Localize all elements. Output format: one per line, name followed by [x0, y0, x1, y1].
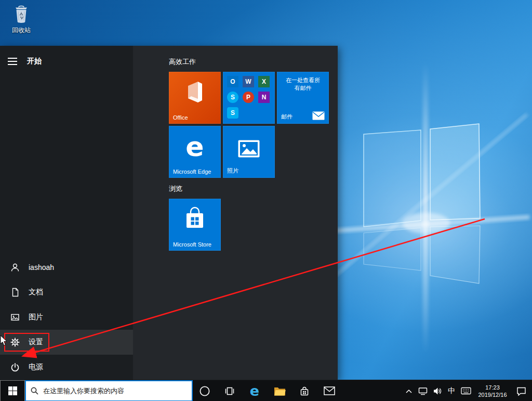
ime-indicator[interactable]: 中: [445, 380, 458, 401]
sidebar-item-documents[interactable]: 文档: [0, 280, 133, 305]
skype-icon: S: [227, 92, 238, 103]
speaker-icon: [433, 387, 442, 395]
start-menu: 开始 iashoah 文档: [0, 46, 338, 380]
edge-logo-icon: e: [169, 127, 221, 166]
windows-start-icon: [8, 386, 17, 395]
notification-bubble-icon: [516, 386, 526, 396]
task-view-button[interactable]: [217, 380, 242, 401]
sidebar-item-pictures[interactable]: 图片: [0, 305, 133, 330]
mail-tile-caption: 在一处查看所有邮件: [277, 76, 329, 92]
word-icon: W: [243, 76, 254, 87]
tile-label: Office: [173, 114, 188, 121]
volume-button[interactable]: [430, 380, 445, 401]
mail-icon: [324, 386, 335, 395]
mail-taskbar-button[interactable]: [317, 380, 342, 401]
file-explorer-button[interactable]: [267, 380, 292, 401]
start-menu-left-rail: 开始 iashoah 文档: [0, 46, 133, 380]
ime-language-label: 中: [448, 386, 455, 396]
store-bag-icon: [183, 206, 207, 231]
office-apps-grid: O W X S P N S: [223, 72, 275, 124]
powerpoint-icon: P: [243, 92, 254, 103]
search-icon: [30, 386, 39, 395]
taskbar-app-icons: e: [192, 380, 342, 401]
chevron-up-icon: [406, 389, 412, 393]
mail-envelope-icon: [312, 111, 325, 120]
cortana-icon: [199, 385, 210, 397]
start-menu-tiles: 高效工作 Office O W X S P N S: [169, 46, 335, 380]
recycle-bin-icon: [11, 3, 31, 25]
documents-label: 文档: [29, 288, 43, 297]
store-bag-icon: [299, 385, 310, 397]
taskbar-search-box[interactable]: [25, 380, 193, 401]
tile-office[interactable]: Office: [169, 72, 221, 124]
tile-label: Microsoft Edge: [173, 169, 211, 175]
system-tray: 中 17:23 2019/12/16: [402, 380, 531, 401]
edge-icon: e: [250, 380, 259, 401]
start-button[interactable]: [0, 380, 25, 401]
sidebar-item-settings[interactable]: 设置: [0, 330, 133, 355]
show-hidden-icons-button[interactable]: [402, 380, 416, 401]
edge-taskbar-button[interactable]: e: [242, 380, 267, 401]
action-center-button[interactable]: [511, 380, 531, 401]
skype-icon: S: [227, 107, 238, 119]
tile-label: Microsoft Store: [173, 241, 211, 248]
onenote-icon: N: [258, 92, 270, 103]
settings-label: 设置: [29, 338, 43, 347]
outlook-icon: O: [227, 76, 238, 87]
touch-keyboard-button[interactable]: [458, 380, 474, 401]
clock-date: 2019/12/16: [474, 391, 511, 398]
pictures-label: 图片: [29, 313, 43, 322]
keyboard-icon: [461, 387, 471, 395]
gear-icon: [10, 337, 20, 347]
power-icon: [10, 362, 20, 372]
tile-group-title-explore: 浏览: [169, 184, 182, 193]
tile-office-apps-folder[interactable]: O W X S P N S: [223, 72, 275, 124]
desktop: 回收站 开始 iashoah: [0, 0, 532, 401]
tile-mail[interactable]: 在一处查看所有邮件 邮件: [277, 72, 329, 124]
tile-microsoft-store[interactable]: Microsoft Store: [169, 199, 221, 251]
user-name-label: iashoah: [29, 263, 54, 271]
document-icon: [10, 287, 20, 297]
tile-microsoft-edge[interactable]: e Microsoft Edge: [169, 126, 221, 178]
store-taskbar-button[interactable]: [292, 380, 317, 401]
pictures-icon: [10, 312, 20, 322]
network-status-button[interactable]: [416, 380, 430, 401]
search-input[interactable]: [43, 387, 188, 395]
network-icon: [418, 387, 428, 395]
user-icon: [10, 262, 20, 273]
sidebar-item-power[interactable]: 电源: [0, 355, 133, 380]
sidebar-item-user[interactable]: iashoah: [0, 255, 133, 280]
start-menu-rail-items: iashoah 文档 图片: [0, 255, 133, 380]
clock-time: 17:23: [474, 384, 511, 391]
recycle-bin-shortcut[interactable]: 回收站: [6, 3, 36, 35]
excel-icon: X: [258, 76, 270, 87]
clock[interactable]: 17:23 2019/12/16: [474, 384, 511, 398]
taskbar: e: [0, 380, 532, 401]
cortana-button[interactable]: [192, 380, 217, 401]
tile-label: 邮件: [281, 113, 292, 121]
task-view-icon: [224, 385, 235, 397]
tile-label: 照片: [227, 167, 238, 175]
recycle-bin-label: 回收站: [6, 26, 36, 35]
tile-photos[interactable]: 照片: [223, 126, 275, 178]
photos-icon: [237, 139, 260, 158]
tile-group-title-productivity: 高效工作: [169, 57, 196, 67]
office-logo-icon: [184, 80, 206, 104]
hamburger-menu-icon[interactable]: [8, 57, 18, 66]
folder-icon: [274, 386, 286, 396]
power-label: 电源: [29, 363, 43, 372]
start-menu-title: 开始: [27, 57, 42, 66]
